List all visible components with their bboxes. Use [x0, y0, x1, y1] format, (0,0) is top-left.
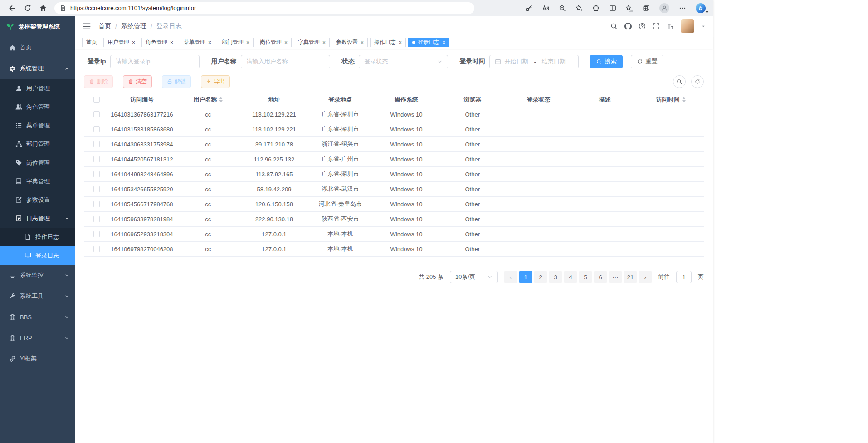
tab-post-management[interactable]: 岗位管理×	[256, 38, 292, 47]
row-checkbox[interactable]	[93, 126, 100, 132]
sidebar-item-login-log[interactable]: 登录日志	[0, 246, 75, 265]
export-button[interactable]: 导出	[201, 75, 230, 88]
read-aloud-icon[interactable]	[542, 5, 549, 12]
tab-close-icon[interactable]: ×	[246, 40, 249, 45]
search-button[interactable]: 搜索	[590, 55, 623, 68]
sort-carets-icon[interactable]	[219, 97, 223, 102]
tab-dept-management[interactable]: 部门管理×	[218, 38, 254, 47]
tab-close-icon[interactable]: ×	[322, 40, 326, 45]
sidebar-item-system-management[interactable]: 系统管理	[0, 58, 75, 79]
column-header[interactable]: 用户名称	[175, 96, 241, 104]
status-select[interactable]: 登录状态	[359, 55, 448, 68]
page-button-1[interactable]: 1	[519, 271, 532, 283]
tab-close-icon[interactable]: ×	[132, 40, 135, 45]
row-checkbox[interactable]	[93, 246, 100, 252]
collections-icon[interactable]	[643, 5, 650, 12]
page-button-6[interactable]: 6	[594, 271, 607, 283]
page-button-2[interactable]: 2	[534, 271, 547, 283]
tab-close-icon[interactable]: ×	[399, 40, 402, 45]
tab-menu-management[interactable]: 菜单管理×	[180, 38, 215, 47]
date-range-picker[interactable]: 开始日期 - 结束日期	[489, 55, 579, 68]
username-input[interactable]: 请输入用户名称	[241, 55, 330, 68]
sidebar-item-param-settings[interactable]: 参数设置	[0, 190, 75, 209]
page-button-5[interactable]: 5	[579, 271, 592, 283]
delete-button[interactable]: 删除	[84, 75, 113, 88]
sidebar-item-yi-framework[interactable]: Yi框架	[0, 348, 75, 369]
extensions-icon[interactable]	[592, 5, 600, 12]
breadcrumb-item-system[interactable]: 系统管理	[121, 22, 146, 30]
row-checkbox[interactable]	[93, 186, 100, 192]
row-checkbox[interactable]	[93, 141, 100, 147]
goto-page-input[interactable]	[676, 271, 692, 283]
select-all-checkbox[interactable]	[93, 97, 100, 103]
browser-home-button[interactable]	[35, 2, 51, 15]
sidebar-item-bbs[interactable]: BBS	[0, 307, 75, 327]
row-checkbox[interactable]	[93, 111, 100, 117]
sidebar-item-post-management[interactable]: 岗位管理	[0, 153, 75, 172]
tab-param-settings[interactable]: 参数设置×	[332, 38, 368, 47]
split-screen-icon[interactable]	[609, 5, 616, 12]
column-header[interactable]: 访问时间	[638, 96, 704, 104]
browser-profile-icon[interactable]	[659, 3, 669, 13]
tab-user-management[interactable]: 用户管理×	[103, 38, 139, 47]
login-ip-input[interactable]: 请输入登录Ip	[110, 55, 200, 68]
toggle-search-button[interactable]	[673, 75, 686, 88]
help-icon[interactable]	[639, 23, 646, 30]
fullscreen-icon[interactable]	[653, 23, 660, 30]
sidebar-item-operation-log[interactable]: 操作日志	[0, 228, 75, 246]
header-search-icon[interactable]	[610, 23, 618, 30]
sidebar-item-home[interactable]: 首页	[0, 37, 75, 58]
reset-button[interactable]: 重置	[631, 55, 663, 68]
bing-copilot-icon[interactable]: b	[696, 3, 706, 13]
tab-operation-log[interactable]: 操作日志×	[370, 38, 406, 47]
page-button-3[interactable]: 3	[549, 271, 562, 283]
row-checkbox[interactable]	[93, 231, 100, 237]
font-size-icon[interactable]	[667, 23, 674, 30]
favorites-add-icon[interactable]	[575, 5, 583, 12]
breadcrumb-item-home[interactable]: 首页	[98, 22, 111, 30]
github-icon[interactable]	[624, 23, 632, 30]
row-checkbox[interactable]	[93, 201, 100, 207]
clear-button[interactable]: 清空	[123, 75, 152, 88]
row-checkbox[interactable]	[93, 216, 100, 222]
prev-page-button[interactable]: ‹	[504, 271, 517, 283]
user-avatar[interactable]	[681, 19, 694, 33]
tab-close-icon[interactable]: ×	[361, 40, 364, 45]
key-icon[interactable]	[525, 5, 532, 12]
page-button-4[interactable]: 4	[564, 271, 577, 283]
next-page-button[interactable]: ›	[639, 271, 652, 283]
row-checkbox[interactable]	[93, 171, 100, 177]
page-size-select[interactable]: 10条/页	[450, 271, 498, 283]
site-info-icon[interactable]	[60, 5, 66, 11]
favorites-icon[interactable]	[626, 5, 633, 12]
settings-more-icon[interactable]	[679, 5, 686, 12]
browser-back-button[interactable]	[5, 2, 20, 15]
unlock-button[interactable]: 解锁	[162, 75, 191, 88]
tab-dict-management[interactable]: 字典管理×	[294, 38, 330, 47]
hamburger-icon[interactable]	[82, 22, 91, 31]
sidebar-item-role-management[interactable]: 角色管理	[0, 97, 75, 116]
more-pages-button[interactable]: ···	[609, 271, 622, 283]
refresh-table-button[interactable]	[691, 75, 704, 88]
page-button-21[interactable]: 21	[624, 271, 637, 283]
tab-home[interactable]: 首页	[82, 38, 101, 47]
tab-close-icon[interactable]: ×	[284, 40, 288, 45]
sidebar-item-system-tools[interactable]: 系统工具	[0, 286, 75, 307]
tab-close-icon[interactable]: ×	[170, 40, 173, 45]
sidebar-item-dict-management[interactable]: 字典管理	[0, 172, 75, 190]
row-checkbox[interactable]	[93, 156, 100, 162]
tab-close-icon[interactable]: ×	[442, 40, 445, 45]
sort-carets-icon[interactable]	[682, 97, 686, 102]
tab-close-icon[interactable]: ×	[208, 40, 211, 45]
sidebar-item-user-management[interactable]: 用户管理	[0, 79, 75, 97]
browser-refresh-button[interactable]	[20, 2, 35, 15]
tab-login-log[interactable]: 登录日志×	[408, 38, 449, 47]
zoom-out-icon[interactable]	[559, 5, 566, 12]
avatar-caret-icon[interactable]	[701, 24, 706, 29]
browser-url-bar[interactable]: https://ccnetcore.com:1101/system/log/lo…	[54, 2, 474, 14]
sidebar-item-menu-management[interactable]: 菜单管理	[0, 116, 75, 135]
sidebar-item-dept-management[interactable]: 部门管理	[0, 135, 75, 153]
sidebar-item-log-management[interactable]: 日志管理	[0, 209, 75, 228]
sidebar-item-erp[interactable]: ERP	[0, 327, 75, 348]
sidebar-item-system-monitor[interactable]: 系统监控	[0, 265, 75, 286]
